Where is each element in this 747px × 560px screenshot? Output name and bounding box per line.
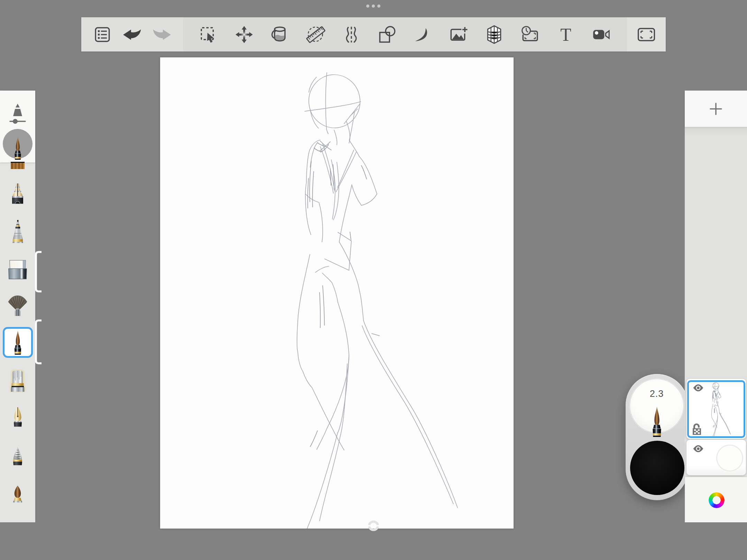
tool-fineliner-pen[interactable] (0, 220, 35, 243)
svg-text:T: T (560, 25, 571, 44)
timelapse-button[interactable] (518, 22, 542, 47)
tool-fan-brush[interactable] (0, 295, 35, 316)
brush-preview-icon (651, 407, 663, 437)
brush-group-bracket (35, 319, 42, 364)
fullscreen-icon (636, 25, 656, 45)
active-watercolor-brush[interactable] (13, 137, 23, 160)
color-wheel-button[interactable] (709, 492, 725, 508)
text-tool-button[interactable]: T (554, 22, 578, 47)
brush-hud: 2.3 (626, 374, 688, 500)
toolbar-right-group (627, 17, 666, 52)
move-arrows-icon (234, 25, 254, 45)
ruler-icon (306, 25, 326, 45)
window-handle-dots[interactable] (366, 4, 381, 9)
add-image-icon (449, 25, 469, 45)
undo-button[interactable] (120, 22, 144, 47)
brush-size-value: 2.3 (630, 389, 684, 399)
warp-tool-button[interactable] (339, 22, 363, 47)
layer-item-sketch[interactable] (686, 379, 746, 439)
timelapse-icon (520, 25, 540, 45)
panel-shade (685, 127, 747, 136)
record-video-button[interactable] (589, 22, 614, 47)
warp-distort-icon (341, 25, 361, 45)
layers-panel (685, 91, 747, 522)
menu-list-icon (92, 25, 112, 45)
brush-size-settings-icon[interactable] (8, 103, 27, 127)
curve-stroke-icon (413, 25, 433, 45)
fill-tool-button[interactable] (268, 22, 292, 47)
layer-visibility-eye-icon[interactable] (693, 445, 704, 453)
shapes-icon (377, 25, 397, 45)
selection-cursor-icon (199, 25, 219, 45)
ruler-tool-button[interactable] (304, 22, 328, 47)
eraser-group-bracket (35, 251, 42, 292)
paint-bucket-icon (270, 25, 290, 45)
toolbar-left-group (81, 17, 183, 52)
dot (366, 4, 369, 8)
tool-eraser[interactable] (0, 259, 35, 280)
perspective-tool-button[interactable] (482, 22, 506, 47)
tools-sidebar (0, 91, 35, 522)
menu-button[interactable] (90, 22, 114, 47)
drawing-canvas[interactable] (160, 57, 514, 529)
move-tool-button[interactable] (232, 22, 256, 47)
text-icon: T (556, 25, 576, 45)
perspective-grid-icon (484, 25, 504, 45)
dot (377, 4, 380, 8)
select-tool-button[interactable] (196, 22, 221, 47)
wood-handle-sliver (11, 162, 25, 169)
current-color-swatch[interactable] (630, 441, 684, 495)
tool-small-round-brush[interactable] (0, 484, 35, 504)
tool-fountain-pen[interactable] (0, 405, 35, 428)
brush-size-indicator[interactable]: 2.3 (630, 379, 684, 433)
layer-item-background[interactable] (686, 440, 746, 475)
layer-thumbnail-sketch (695, 381, 737, 437)
dot (372, 4, 375, 8)
figure-sketch (160, 57, 514, 529)
tool-flat-wash-brush[interactable] (0, 370, 35, 392)
color-picker-card (685, 477, 747, 522)
active-tool-panel (0, 91, 35, 162)
tool-blender-cone[interactable] (0, 446, 35, 466)
tool-round-brush-selected[interactable] (3, 327, 33, 358)
undo-arrow-icon (122, 25, 142, 45)
plus-icon (709, 102, 723, 116)
layer-thumbnail-paper (716, 445, 743, 472)
toolbar: T (81, 17, 666, 52)
toolbar-main-group: T (183, 17, 627, 52)
tool-airbrush[interactable] (0, 183, 35, 205)
import-image-button[interactable] (446, 22, 471, 47)
fullscreen-button[interactable] (634, 22, 658, 47)
redo-arrow-icon (152, 25, 172, 45)
shapes-tool-button[interactable] (375, 22, 399, 47)
redo-button[interactable] (150, 22, 174, 47)
curve-tool-button[interactable] (411, 22, 435, 47)
add-layer-button[interactable] (685, 91, 747, 127)
canvas-pull-handle[interactable] (367, 520, 380, 532)
video-camera-icon (591, 25, 611, 45)
